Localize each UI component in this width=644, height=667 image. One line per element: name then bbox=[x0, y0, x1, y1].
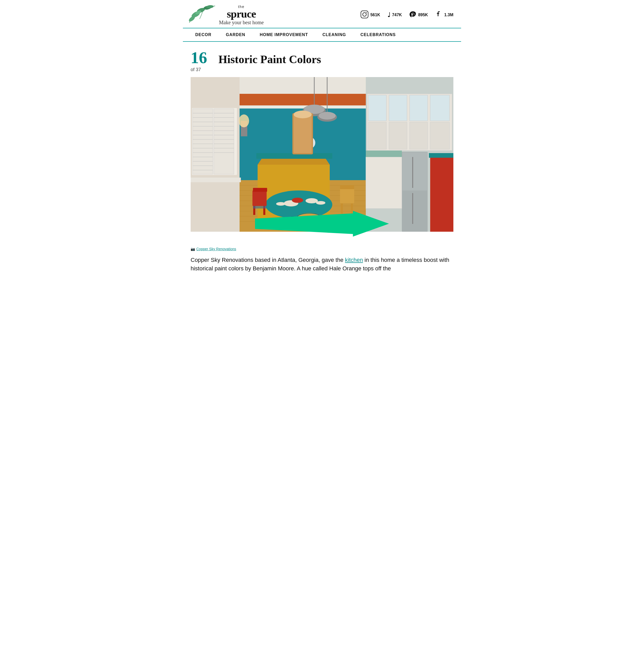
svg-rect-72 bbox=[368, 95, 386, 121]
svg-rect-85 bbox=[366, 157, 402, 209]
tiktok-count: 747K bbox=[392, 13, 402, 17]
image-credit-link[interactable]: Copper Sky Renovations bbox=[196, 247, 236, 251]
svg-rect-77 bbox=[389, 122, 407, 149]
svg-rect-25 bbox=[214, 109, 234, 174]
svg-rect-50 bbox=[191, 178, 241, 182]
camera-icon: 📷 bbox=[191, 247, 195, 251]
svg-point-104 bbox=[294, 111, 312, 118]
svg-point-97 bbox=[292, 198, 303, 203]
article-image-container bbox=[191, 77, 453, 233]
svg-rect-88 bbox=[429, 153, 453, 158]
nav-item-home-improvement[interactable]: HOME IMPROVEMENT bbox=[252, 28, 315, 41]
svg-rect-6 bbox=[361, 11, 368, 18]
svg-rect-81 bbox=[402, 152, 427, 191]
tiktok-link[interactable]: ♩ 747K bbox=[387, 11, 402, 19]
nav-item-decor[interactable]: DECOR bbox=[188, 28, 219, 41]
nav-item-garden[interactable]: GARDEN bbox=[219, 28, 252, 41]
main-nav: DECOR GARDEN HOME IMPROVEMENT CLEANING C… bbox=[183, 28, 461, 42]
article-header: 16 of 37 Historic Paint Colors bbox=[191, 49, 453, 72]
facebook-icon bbox=[435, 11, 442, 19]
instagram-link[interactable]: 561K bbox=[360, 10, 380, 20]
main-content: 16 of 37 Historic Paint Colors bbox=[183, 42, 461, 278]
site-header: the spruce Make your best home 561K ♩ 74… bbox=[183, 0, 461, 28]
svg-point-98 bbox=[276, 202, 285, 206]
svg-rect-86 bbox=[366, 150, 402, 157]
svg-rect-24 bbox=[193, 109, 213, 174]
svg-rect-76 bbox=[368, 122, 386, 149]
svg-rect-82 bbox=[402, 191, 427, 231]
social-icons-area: 561K ♩ 747K 895K 1.3M bbox=[360, 10, 453, 20]
svg-rect-62 bbox=[340, 188, 354, 204]
leaf-decoration-icon bbox=[188, 5, 216, 25]
article-number-col: 16 of 37 bbox=[191, 49, 214, 72]
article-number-sub: of 37 bbox=[191, 67, 201, 72]
svg-rect-61 bbox=[253, 206, 267, 209]
svg-rect-65 bbox=[351, 204, 353, 214]
svg-rect-64 bbox=[341, 204, 343, 214]
logo-spruce-text: spruce bbox=[227, 9, 256, 19]
svg-point-99 bbox=[316, 201, 325, 205]
svg-rect-74 bbox=[410, 95, 428, 121]
facebook-link[interactable]: 1.3M bbox=[435, 11, 453, 19]
nav-item-cleaning[interactable]: CLEANING bbox=[315, 28, 353, 41]
instagram-count: 561K bbox=[370, 13, 380, 17]
svg-rect-87 bbox=[430, 157, 453, 232]
svg-rect-84 bbox=[412, 193, 413, 224]
logo-tagline-text: Make your best home bbox=[219, 20, 264, 25]
svg-point-96 bbox=[306, 198, 318, 204]
svg-point-54 bbox=[265, 191, 332, 219]
instagram-icon bbox=[360, 10, 369, 20]
kitchen-link[interactable]: kitchen bbox=[345, 257, 363, 263]
svg-rect-83 bbox=[412, 157, 413, 188]
svg-rect-75 bbox=[430, 95, 449, 121]
svg-rect-55 bbox=[291, 216, 294, 229]
svg-rect-57 bbox=[252, 191, 267, 206]
article-title: Historic Paint Colors bbox=[218, 53, 321, 66]
logo-area: the spruce Make your best home bbox=[188, 5, 264, 25]
svg-rect-78 bbox=[410, 122, 428, 149]
tiktok-icon: ♩ bbox=[387, 11, 390, 19]
svg-rect-58 bbox=[253, 188, 267, 192]
image-credit: 📷 Copper Sky Renovations bbox=[191, 247, 453, 251]
pinterest-count: 895K bbox=[418, 13, 428, 17]
article-body: Copper Sky Renovations based in Atlanta,… bbox=[191, 256, 453, 273]
pinterest-link[interactable]: 895K bbox=[409, 11, 428, 19]
facebook-count: 1.3M bbox=[444, 13, 453, 17]
svg-point-106 bbox=[239, 114, 249, 127]
nav-item-celebrations[interactable]: CELEBRATIONS bbox=[353, 28, 403, 41]
svg-point-8 bbox=[366, 12, 367, 13]
pinterest-icon bbox=[409, 11, 416, 19]
svg-rect-63 bbox=[340, 185, 354, 189]
kitchen-image bbox=[191, 77, 453, 232]
svg-rect-67 bbox=[301, 218, 304, 229]
article-number: 16 bbox=[191, 49, 207, 66]
article-title-block: Historic Paint Colors bbox=[218, 53, 321, 66]
svg-point-66 bbox=[296, 213, 323, 224]
svg-rect-103 bbox=[294, 114, 312, 153]
svg-rect-79 bbox=[430, 122, 449, 149]
logo-text[interactable]: the spruce Make your best home bbox=[219, 5, 264, 25]
body-text-1: Copper Sky Renovations based in Atlanta,… bbox=[191, 257, 345, 263]
svg-point-7 bbox=[363, 13, 366, 16]
svg-point-94 bbox=[319, 112, 336, 119]
svg-rect-73 bbox=[389, 95, 407, 121]
